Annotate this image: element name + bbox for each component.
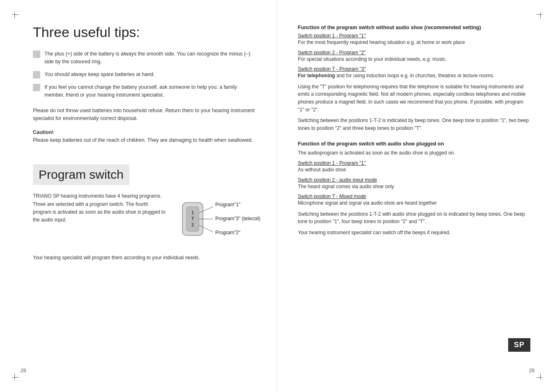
switch-pos-1-text: For the most frequently required hearing… (298, 39, 530, 46)
switch-audio-2-text: The heard signal comes via audio shoe on… (298, 183, 530, 191)
section-without-audio-shoe: Function of the program switch without a… (298, 25, 530, 132)
tips-list: The plus (+) side of the battery is alwa… (33, 50, 256, 99)
tip-item-1: The plus (+) side of the battery is alwa… (33, 50, 256, 66)
switch-pos-2-text: For special situations according to your… (298, 55, 530, 63)
caution-label: Caution! (33, 129, 54, 135)
caution-block: Caution! Please keep batteries out of th… (33, 129, 256, 144)
svg-text:T: T (191, 217, 194, 221)
switch-audio-T-text: Microphone signal and signal via audio s… (298, 199, 530, 207)
page-number-left: 28 (21, 368, 26, 374)
section1-heading: Function of the program switch without a… (298, 25, 530, 30)
tip-icon-2 (33, 71, 40, 78)
beep-note-2: Switching between the positions 1-T-2 wi… (298, 210, 530, 226)
program-footer: Your hearing specialist will program the… (33, 254, 256, 261)
page-number-right: 29 (529, 368, 534, 374)
specialist-note: Your hearing instrument specialist can s… (298, 229, 530, 237)
switch-audio-1-text: As without audio shoe (298, 166, 530, 174)
switch-pos-T-detail: Using the "T" position for telephoning r… (298, 83, 530, 113)
tip-icon-3 (33, 84, 40, 91)
tip-text-2: You should always keep spare batteries a… (44, 71, 154, 78)
section2-heading: Function of the program switch with audi… (298, 141, 530, 147)
switch-pos-1-label: Switch position 1 - Program "1" (298, 33, 530, 39)
tip-text-1: The plus (+) side of the battery is alwa… (44, 50, 256, 66)
switch-pos-T-text: and for using induction loops e.g. in ch… (335, 73, 495, 78)
program-section: Program switch TRIANO SP hearing instrum… (33, 164, 256, 261)
switch-pos-T-label: Switch position T - Program "3" (298, 66, 530, 72)
svg-text:2: 2 (191, 223, 194, 227)
program-description: TRIANO SP hearing instruments have 4 hea… (33, 192, 166, 224)
switch-audio-2-label: Switch position 2 - audio input mode (298, 177, 530, 183)
tip-icon-1 (33, 51, 40, 58)
section-with-audio-shoe: Function of the program switch with audi… (298, 141, 530, 236)
program-content: TRIANO SP hearing instruments have 4 hea… (33, 192, 256, 248)
audio-intro: The audioprogram is activated as soon as… (298, 149, 530, 157)
battery-note: Please do not throw used batteries into … (33, 107, 256, 122)
tip-item-3: If you feel you cannot change the batter… (33, 83, 256, 99)
switch-pos-T-desc: For telephoning and for using induction … (298, 72, 530, 80)
prog-label-2: Program"2" (215, 230, 240, 235)
switch-pos-2-label: Switch position 2 - Program "2" (298, 50, 530, 55)
svg-text:1: 1 (191, 210, 194, 215)
prog-label-1: Program"1" (215, 202, 240, 208)
tips-title: Three useful tips: (33, 25, 256, 40)
caution-text: Please keep batteries out of the reach o… (33, 137, 253, 143)
sp-badge: SP (508, 338, 530, 352)
switch-pos-T-bold: For telephoning (298, 73, 335, 78)
beep-note-1: Switching between the positions 1-T-2 is… (298, 117, 530, 132)
switch-audio-T-label: Switch position T - Mixed mode (298, 194, 530, 199)
program-body-text: TRIANO SP hearing instruments have 4 hea… (33, 192, 166, 224)
tip-text-3: If you feel you cannot change the batter… (44, 83, 256, 99)
program-title-bg: Program switch (33, 164, 129, 185)
program-title: Program switch (39, 168, 124, 182)
switch-audio-1-label: Switch position 1 - Program "1" (298, 160, 530, 166)
program-diagram: 1 T 2 Program"1" Program"3" (telecoil) (174, 194, 256, 248)
prog-label-3: Program"3" (telecoil) (215, 216, 260, 221)
switch-diagram-svg: 1 T 2 (174, 194, 215, 244)
tip-item-2: You should always keep spare batteries a… (33, 71, 256, 78)
